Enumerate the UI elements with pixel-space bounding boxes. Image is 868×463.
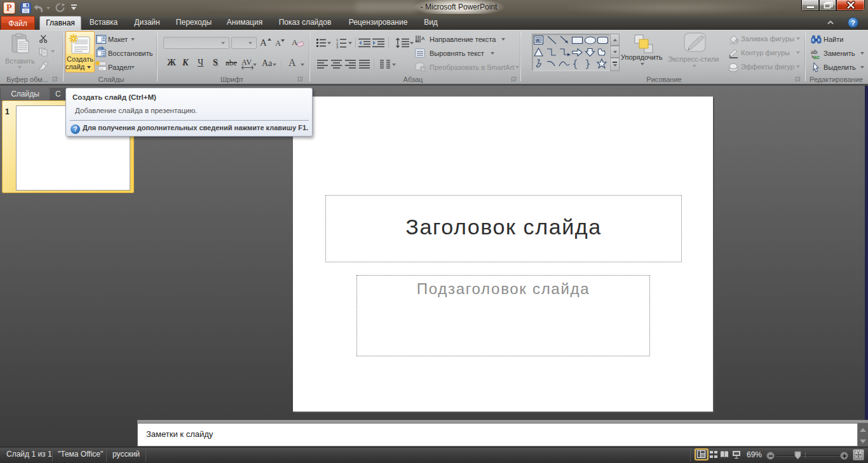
svg-text:A: A	[421, 36, 425, 41]
svg-text:A: A	[536, 37, 540, 44]
svg-text:ac: ac	[813, 54, 820, 59]
svg-text:A: A	[292, 37, 298, 47]
svg-text:3: 3	[336, 45, 339, 48]
